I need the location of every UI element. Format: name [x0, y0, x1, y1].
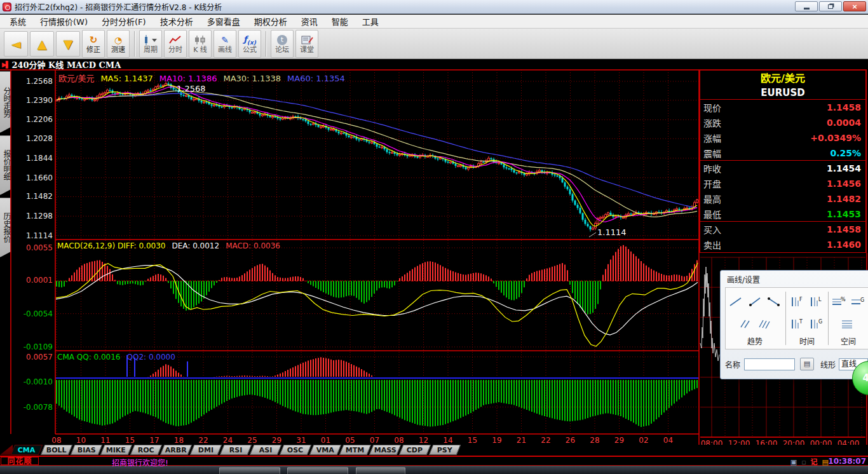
up-button[interactable]: ▲	[30, 31, 54, 57]
chat-icon: t	[277, 34, 287, 46]
svg-text:24: 24	[223, 436, 233, 445]
trend-ray-icon[interactable]	[747, 294, 763, 309]
quote-row-label: 开盘	[703, 177, 721, 190]
time-l-icon[interactable]: L	[808, 294, 825, 309]
taskbar-app-button-1[interactable]	[287, 467, 348, 474]
list-button[interactable]: ▤	[800, 358, 814, 370]
space-lines-icon[interactable]	[840, 316, 857, 332]
menu-item-2[interactable]: 分时分析(F)	[95, 14, 153, 29]
space-percent-icon[interactable]: %	[831, 294, 847, 309]
indicator-tab-boll[interactable]: BOLL	[41, 445, 72, 455]
indicator-tab-mass[interactable]: MASS	[369, 445, 401, 455]
time-g-icon[interactable]: G	[808, 316, 825, 332]
menu-item-5[interactable]: 期权分析	[247, 14, 294, 29]
toolbar: ◄▲▼↻修正◔测速周期分时K 线✎画线ƒ(x)公式t论坛课堂	[0, 29, 868, 59]
close-icon: ×	[851, 3, 857, 10]
monitor-icon[interactable]: ▣	[790, 455, 797, 467]
menu-item-0[interactable]: 系统	[3, 14, 33, 29]
quote-row-6: 最高1.1482	[700, 191, 865, 207]
quote-row-5: 开盘1.1456	[700, 176, 865, 191]
forum-button[interactable]: t论坛	[271, 30, 294, 58]
indicator-tab-osc[interactable]: OSC	[280, 445, 311, 455]
indicator-tab-arbr[interactable]: ARBR	[160, 445, 192, 455]
svg-text:07: 07	[370, 436, 379, 445]
quote-symbol: EURUSD	[700, 86, 865, 100]
draw-line-settings-panel[interactable]: 画线/设置 趋势FLTG时间%G空间 名称 ▤ 线形 直线	[720, 270, 868, 379]
classroom-button[interactable]: 课堂	[295, 30, 318, 58]
taskbar-app-button-2[interactable]	[356, 467, 405, 474]
quote-row-label: 现价	[703, 101, 721, 114]
quote-row-label: 买入	[703, 223, 721, 236]
parallel-3-lines-icon[interactable]	[756, 316, 773, 332]
indicator-tab-asi[interactable]: ASI	[250, 445, 281, 455]
minimize-button[interactable]	[795, 1, 818, 11]
indicator-tab-bias[interactable]: BIAS	[71, 445, 102, 455]
indicator-tab-mtm[interactable]: MTM	[339, 445, 371, 455]
draw-line-button[interactable]: ✎画线	[214, 30, 236, 58]
screen-icon[interactable]: ▫	[801, 455, 806, 467]
svg-text:0.0001: 0.0001	[26, 276, 53, 285]
indicator-tab-mike[interactable]: MIKE	[100, 445, 132, 455]
kline-button[interactable]: K 线	[189, 30, 212, 58]
time-t-icon[interactable]: T	[789, 316, 806, 332]
svg-text:-0.0109: -0.0109	[24, 342, 53, 351]
space-g-icon[interactable]: G	[850, 294, 866, 309]
speed-test-label: 测速	[111, 46, 125, 54]
indicator-tab-label: CMA	[18, 446, 36, 454]
svg-text:14: 14	[443, 436, 452, 445]
indicator-tab-dmi[interactable]: DMI	[190, 445, 222, 455]
indicator-tab-label: ARBR	[165, 446, 187, 454]
trend-endpoints-icon[interactable]	[766, 294, 782, 309]
svg-text:L: L	[818, 297, 822, 302]
quote-row-4: 昨收1.1454	[700, 161, 865, 176]
menu-item-8[interactable]: 工具	[355, 14, 386, 29]
svg-text:-0.0054: -0.0054	[24, 309, 53, 318]
notes-icon[interactable]: 记	[811, 455, 818, 467]
indicator-tab-label: MTM	[346, 446, 364, 454]
svg-text:1.1660: 1.1660	[26, 173, 53, 182]
trend-segment-icon[interactable]	[728, 294, 744, 309]
draw-panel-footer: 名称 ▤ 线形 直线	[725, 355, 868, 374]
parallel-2-lines-icon[interactable]	[737, 316, 754, 332]
indicator-tab-cdp[interactable]: CDP	[399, 445, 431, 455]
menu-item-6[interactable]: 资讯	[294, 14, 325, 29]
title-bar: 招行外汇2(fxhq2) - 招商银行外汇通行情分析V2.8 - K线分析 ×	[0, 0, 868, 14]
indicator-tab-roc[interactable]: ROC	[130, 445, 162, 455]
back-button[interactable]: ◄	[4, 31, 28, 57]
formula-button[interactable]: ƒ(x)公式	[238, 30, 261, 58]
restore-button[interactable]	[819, 1, 842, 11]
close-button[interactable]: ×	[843, 1, 866, 11]
indicator-tab-label: ROC	[138, 446, 154, 454]
indicator-tab-vma[interactable]: VMA	[309, 445, 341, 455]
indicator-tab-cma[interactable]: CMA	[11, 445, 43, 455]
svg-text:1.2206: 1.2206	[26, 115, 53, 124]
svg-text:11: 11	[100, 436, 110, 445]
app-icon	[3, 3, 11, 11]
quote-row-value: 1.1453	[827, 209, 861, 219]
speed-test-button[interactable]: ◔测速	[107, 30, 130, 58]
taskbar-app-button-0[interactable]	[219, 467, 280, 474]
menu-item-1[interactable]: 行情报价(W)	[33, 14, 95, 29]
menu-item-3[interactable]: 技术分析	[153, 14, 200, 29]
indicator-tab-label: ASI	[259, 446, 273, 454]
period-button[interactable]: 周期	[139, 30, 162, 58]
restore-icon	[828, 4, 833, 9]
indicator-tab-rsi[interactable]: RSI	[220, 445, 252, 455]
forum-label: 论坛	[275, 46, 289, 54]
indicator-tab-label: DMI	[198, 446, 214, 454]
svg-text:1.1482: 1.1482	[26, 192, 53, 201]
legend-entry: MA10: 1.1386	[159, 74, 217, 83]
time-f-icon[interactable]: F	[789, 294, 806, 309]
menu-item-7[interactable]: 智能	[325, 14, 355, 29]
draw-group-1: FLTG时间	[787, 288, 827, 349]
indicator-tab-label: CDP	[407, 446, 423, 454]
intraday-button[interactable]: 分时	[164, 30, 187, 58]
svg-text:15: 15	[125, 436, 135, 445]
indicator-tab-psy[interactable]: PSY	[429, 445, 461, 455]
svg-text:0.0055: 0.0055	[26, 243, 53, 252]
quote-row-3: 震幅0.25%	[700, 146, 865, 161]
down-button[interactable]: ▼	[56, 31, 80, 57]
name-input[interactable]	[744, 358, 795, 370]
revise-button[interactable]: ↻修正	[82, 30, 105, 58]
menu-item-4[interactable]: 多窗看盘	[200, 14, 247, 29]
